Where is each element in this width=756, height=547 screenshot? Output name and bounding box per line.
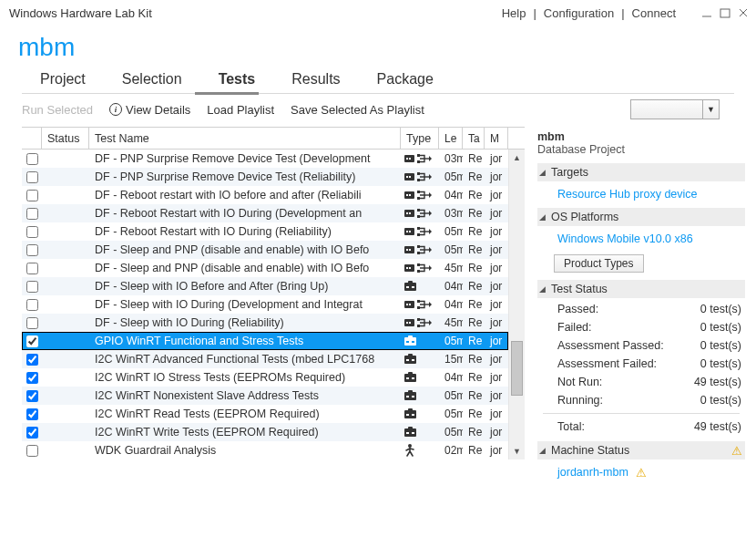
test-status-header[interactable]: ◢Test Status — [537, 280, 745, 298]
svg-rect-83 — [408, 427, 413, 429]
menu-connect[interactable]: Connect — [630, 6, 678, 20]
length-cell: 15m — [439, 350, 463, 368]
targets-header[interactable]: ◢Targets — [537, 163, 745, 181]
row-checkbox[interactable] — [26, 208, 38, 220]
table-row[interactable]: WDK Guardrail Analysis02mRejor — [22, 441, 508, 459]
project-name: mbm — [0, 26, 756, 67]
machine-cell: jor — [485, 295, 508, 314]
warning-icon: ⚠ — [636, 466, 647, 480]
row-checkbox[interactable] — [26, 244, 38, 256]
load-playlist-button[interactable]: Load Playlist — [207, 103, 274, 117]
machine-cell: jor — [485, 150, 508, 168]
menu-help[interactable]: Help — [500, 6, 528, 20]
tab-package[interactable]: Package — [359, 67, 452, 93]
row-checkbox[interactable] — [26, 299, 38, 311]
svg-rect-52 — [409, 304, 411, 305]
tab-selection[interactable]: Selection — [104, 67, 200, 93]
col-test-name[interactable]: Test Name — [89, 128, 401, 150]
row-checkbox[interactable] — [26, 263, 38, 274]
table-row[interactable]: DF - Sleep with IO During (Development a… — [22, 295, 508, 314]
filter-dropdown[interactable]: ▼ — [630, 99, 720, 119]
maximize-icon[interactable] — [718, 6, 732, 19]
test-name-cell: I2C WinRT Nonexistent Slave Address Test… — [89, 387, 401, 405]
vertical-scrollbar[interactable]: ▲ ▼ — [508, 150, 525, 459]
status-cell — [42, 350, 89, 368]
col-checkbox[interactable] — [22, 128, 42, 150]
target-cell: Re — [463, 241, 485, 259]
type-icon — [404, 316, 432, 329]
table-row[interactable]: I2C WinRT Write Tests (EEPROM Required)0… — [22, 423, 508, 441]
status-cell — [42, 150, 89, 168]
row-checkbox[interactable] — [26, 190, 38, 201]
test-name-cell: WDK Guardrail Analysis — [89, 441, 401, 459]
table-row[interactable]: I2C WinRT Advanced Functional Tests (mbe… — [22, 350, 508, 368]
test-name-cell: DF - Sleep and PNP (disable and enable) … — [89, 241, 401, 259]
table-row[interactable]: I2C WinRT Read Tests (EEPROM Required)05… — [22, 405, 508, 423]
table-row[interactable]: DF - Sleep with IO Before and After (Bri… — [22, 277, 508, 295]
row-checkbox[interactable] — [26, 335, 38, 347]
view-details-button[interactable]: i View Details — [109, 103, 190, 117]
assessment-passed-value: 0 test(s) — [700, 339, 741, 352]
tab-tests[interactable]: Tests — [200, 67, 274, 93]
col-length[interactable]: Le — [439, 128, 463, 150]
svg-rect-44 — [417, 270, 420, 273]
product-types-button[interactable]: Product Types — [554, 254, 644, 273]
row-checkbox[interactable] — [26, 354, 38, 366]
row-checkbox[interactable] — [26, 281, 38, 293]
tab-results[interactable]: Results — [273, 67, 358, 93]
row-checkbox[interactable] — [26, 390, 38, 402]
tab-project[interactable]: Project — [22, 67, 104, 93]
type-icon — [404, 170, 432, 183]
table-row[interactable]: I2C WinRT Nonexistent Slave Address Test… — [22, 387, 508, 405]
row-checkbox[interactable] — [26, 153, 38, 165]
table-row[interactable]: DF - PNP Surprise Remove Device Test (De… — [22, 150, 508, 168]
svg-rect-81 — [412, 414, 414, 416]
col-status[interactable]: Status — [42, 128, 89, 150]
table-row[interactable]: DF - Reboot Restart with IO During (Reli… — [22, 222, 508, 241]
scroll-up-icon[interactable]: ▲ — [509, 150, 525, 166]
table-row[interactable]: DF - Reboot Restart with IO During (Deve… — [22, 204, 508, 222]
menu-bar: Help | Configuration | Connect — [500, 6, 751, 20]
menu-configuration[interactable]: Configuration — [542, 6, 616, 20]
table-row[interactable]: I2C WinRT IO Stress Tests (EEPROMs Requi… — [22, 368, 508, 387]
col-target[interactable]: Ta — [463, 128, 485, 150]
table-row[interactable]: DF - Sleep and PNP (disable and enable) … — [22, 259, 508, 277]
target-link[interactable]: Resource Hub proxy device — [557, 186, 745, 202]
machine-cell: jor — [485, 405, 508, 423]
svg-rect-42 — [409, 267, 411, 269]
status-cell — [42, 259, 89, 277]
os-platforms-header[interactable]: ◢OS Platforms — [537, 208, 745, 226]
col-type[interactable]: Type — [401, 128, 439, 150]
scroll-thumb[interactable] — [511, 341, 523, 396]
col-machine[interactable]: M — [485, 128, 508, 150]
target-cell: Re — [463, 295, 485, 314]
table-row[interactable]: DF - Sleep with IO During (Reliability)4… — [22, 314, 508, 332]
table-row[interactable]: DF - PNP Surprise Remove Device Test (Re… — [22, 168, 508, 186]
row-checkbox[interactable] — [26, 372, 38, 384]
row-checkbox[interactable] — [26, 171, 38, 183]
target-cell: Re — [463, 423, 485, 441]
table-row[interactable]: DF - Reboot restart with IO before and a… — [22, 186, 508, 204]
close-icon[interactable] — [736, 6, 751, 19]
os-platform-link[interactable]: Windows Mobile v10.0 x86 — [557, 231, 745, 247]
length-cell: 05m — [439, 405, 463, 423]
status-cell — [42, 277, 89, 295]
save-playlist-button[interactable]: Save Selected As Playlist — [291, 103, 424, 117]
svg-rect-17 — [406, 194, 408, 196]
machine-link[interactable]: jordanrh-mbm — [557, 464, 628, 480]
run-selected-button[interactable]: Run Selected — [22, 103, 93, 117]
table-row[interactable]: DF - Sleep and PNP (disable and enable) … — [22, 241, 508, 259]
row-checkbox[interactable] — [26, 408, 38, 420]
length-cell: 04m — [439, 295, 463, 314]
row-checkbox[interactable] — [26, 445, 38, 457]
machine-status-header[interactable]: ◢ Machine Status ⚠ — [537, 441, 745, 459]
scroll-down-icon[interactable]: ▼ — [509, 443, 525, 459]
svg-marker-39 — [429, 247, 432, 253]
row-checkbox[interactable] — [26, 427, 38, 439]
row-checkbox[interactable] — [26, 226, 38, 238]
row-checkbox[interactable] — [26, 317, 38, 329]
minimize-icon[interactable] — [700, 6, 714, 19]
svg-rect-29 — [406, 231, 408, 232]
table-row[interactable]: GPIO WinRT Functional and Stress Tests05… — [22, 332, 508, 350]
svg-rect-85 — [412, 432, 414, 434]
